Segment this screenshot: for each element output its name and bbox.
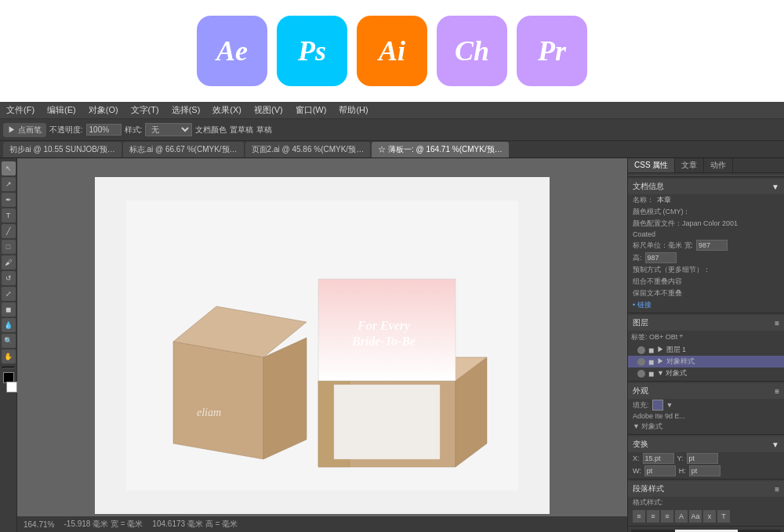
svg-text:Bride-To-Be: Bride-To-Be	[351, 335, 416, 348]
text-format[interactable]: Aa	[689, 510, 702, 523]
app-icon-pr[interactable]: Pr	[517, 16, 587, 86]
doc-name-row: 名称： 本章	[628, 194, 784, 206]
toolbar-draft2-label: 草稿	[256, 125, 272, 136]
svg-marker-1	[173, 342, 263, 459]
tab-0[interactable]: 初步ai @ 10.55 SUNJOB/预…	[3, 142, 122, 157]
app-stroke-row: Adobe Ite 9d E...	[628, 411, 784, 421]
tool-pen[interactable]: ✒	[2, 193, 16, 207]
transform-w[interactable]	[644, 465, 676, 476]
doc-size-row: 标尺单位：毫米 宽:	[628, 239, 784, 252]
align-left[interactable]: ≡	[633, 510, 645, 523]
tool-direct-select[interactable]: ↗	[2, 177, 16, 191]
tool-line[interactable]: ╱	[2, 224, 16, 238]
toolbar-brush[interactable]: ▶ 点画笔	[3, 123, 46, 137]
tool-rect[interactable]: □	[2, 240, 16, 254]
tab-3[interactable]: ☆ 薄板一: @ 164.71 %(CMYK/预…	[372, 142, 509, 157]
doc-color-row: 颜色模式 (CMY)：	[628, 206, 784, 218]
svg-text:eliam: eliam	[197, 407, 221, 418]
menu-effect[interactable]: 效果(X)	[209, 103, 245, 118]
layer-eye-3[interactable]	[637, 370, 645, 378]
layers-section: 图层 ≡ 标签: OB+ OBt + ◼ ▶ 图层 1 ◼ ▶ 对象样式	[628, 313, 784, 382]
doc-height-row: 高:	[628, 252, 784, 264]
align-right[interactable]: ≡	[661, 510, 673, 523]
illustrator-ui: 文件(F) 编辑(E) 对象(O) 文字(T) 选择(S) 效果(X) 视图(V…	[0, 102, 784, 532]
toolbar-style-select[interactable]: 无	[145, 123, 192, 136]
doc-info-section: 文档信息 ▼ 名称： 本章 颜色模式 (CMY)： 颜色配置文件：Japan C…	[628, 177, 784, 313]
doc-coated-row: Coated	[628, 230, 784, 239]
doc-more-row: 预制方式（更多细节）：	[628, 264, 784, 276]
app-fill-row: 填充: ▼	[628, 399, 784, 411]
app-icon-ps[interactable]: Ps	[277, 16, 347, 86]
main-area: ↖ ↗ ✒ T ╱ □ 🖌 ↺ ⤢ ◼ 💧 🔍 ✋	[0, 158, 784, 532]
tool-gradient[interactable]: ◼	[2, 302, 16, 317]
tool-rotate[interactable]: ↺	[2, 271, 16, 285]
tool-eyedrop[interactable]: 💧	[2, 318, 16, 332]
layer-eye-1[interactable]	[637, 346, 645, 354]
paragraph-header[interactable]: 段落样式 ≡	[628, 481, 784, 497]
tool-select[interactable]: ↖	[2, 161, 16, 176]
document-tab-bar: 初步ai @ 10.55 SUNJOB/预… 标志.ai @ 66.67 %(C…	[0, 141, 784, 158]
layer-2[interactable]: ◼ ▶ 对象样式	[628, 356, 784, 367]
menu-help[interactable]: 帮助(H)	[336, 103, 371, 118]
menu-text[interactable]: 文字(T)	[128, 103, 162, 118]
tool-scale[interactable]: ⤢	[2, 287, 16, 301]
doc-width-input[interactable]	[696, 240, 728, 251]
menu-file[interactable]: 文件(F)	[3, 103, 38, 118]
tab-article[interactable]: 文章	[675, 158, 704, 172]
right-panel: CSS 属性 文章 动作 历史记录 ≡ ⊞ 旋转 ⊞ 应变 ⊞ 旋转 ⊞ 旋转 …	[627, 158, 784, 532]
align-center[interactable]: ≡	[647, 510, 659, 523]
canvas-area[interactable]: eliam	[17, 158, 627, 532]
transform-xy: X: Y:	[628, 452, 784, 465]
toolbar-opacity-label: 不透明度:	[49, 125, 83, 136]
tool-paintbrush[interactable]: 🖌	[2, 255, 16, 270]
app-icon-ai[interactable]: Ai	[357, 16, 427, 86]
layer-1[interactable]: ◼ ▶ 图层 1	[628, 344, 784, 356]
transform-x[interactable]	[643, 453, 674, 464]
stroke-color[interactable]	[6, 382, 17, 393]
layer-add[interactable]: +	[679, 332, 683, 342]
app-icon-ae[interactable]: Ae	[197, 16, 267, 86]
paragraph-section: 段落样式 ≡ 格式样式: ≡ ≡ ≡ A Aa x T	[628, 480, 784, 527]
canvas-zoom: 164.71%	[24, 520, 54, 529]
app-icon-ch[interactable]: Ch	[437, 16, 507, 86]
menu-window[interactable]: 窗口(W)	[292, 103, 330, 118]
transform-section: 变换 ▼ X: Y: W: H:	[628, 435, 784, 480]
menu-view[interactable]: 视图(V)	[251, 103, 286, 118]
canvas-coords2: 104.6173 毫米 高 = 毫米	[152, 519, 238, 530]
svg-text:For Every: For Every	[357, 319, 411, 333]
doc-info-header[interactable]: 文档信息 ▼	[628, 179, 784, 194]
text-option[interactable]: x	[703, 510, 716, 523]
svg-marker-12	[334, 385, 440, 459]
transform-y[interactable]	[687, 453, 718, 464]
menu-edit[interactable]: 编辑(E)	[44, 103, 79, 118]
toolbar-draft-label: 置草稿	[230, 125, 253, 136]
right-panel-tabs: CSS 属性 文章 动作	[628, 158, 784, 173]
tab-actions[interactable]: 动作	[704, 158, 733, 172]
tool-type[interactable]: T	[2, 208, 16, 223]
tab-1[interactable]: 标志.ai @ 66.67 %(CMYK/预…	[123, 142, 244, 157]
layers-header[interactable]: 图层 ≡	[628, 315, 784, 331]
tool-zoom[interactable]: 🔍	[2, 334, 16, 348]
transform-h[interactable]	[689, 465, 720, 476]
doc-more-row2: 组合不重叠内容	[628, 276, 784, 288]
align-buttons: ≡ ≡ ≡ A Aa x T	[628, 508, 784, 524]
fill-swatch[interactable]	[652, 400, 663, 411]
menu-object[interactable]: 对象(O)	[85, 103, 122, 118]
layer-3[interactable]: ◼ ▼ 对象式	[628, 367, 784, 379]
tab-css[interactable]: CSS 属性	[628, 158, 675, 172]
tool-hand[interactable]: ✋	[2, 349, 16, 364]
doc-height-input[interactable]	[645, 252, 677, 263]
box-illustration: eliam	[126, 201, 518, 490]
app-effect-row: ▼ 对象式	[628, 421, 784, 432]
align-justify[interactable]: A	[675, 510, 688, 523]
menu-select[interactable]: 选择(S)	[169, 103, 204, 118]
layer-eye-2[interactable]	[637, 358, 645, 366]
toolbar-opacity-input[interactable]	[86, 124, 122, 136]
text-baseline[interactable]: T	[717, 510, 730, 523]
toolbar-bar: ▶ 点画笔 不透明度: 样式: 无 文档颜色 置草稿 草稿	[0, 119, 784, 141]
doc-link-row: • 链接	[628, 299, 784, 311]
tab-2[interactable]: 页面2.ai @ 45.86 %(CMYK/预…	[245, 142, 371, 157]
appearance-section: 外观 ≡ 填充: ▼ Adobe Ite 9d E... ▼ 对象式	[628, 382, 784, 435]
transform-header[interactable]: 变换 ▼	[628, 436, 784, 452]
appearance-header[interactable]: 外观 ≡	[628, 383, 784, 399]
